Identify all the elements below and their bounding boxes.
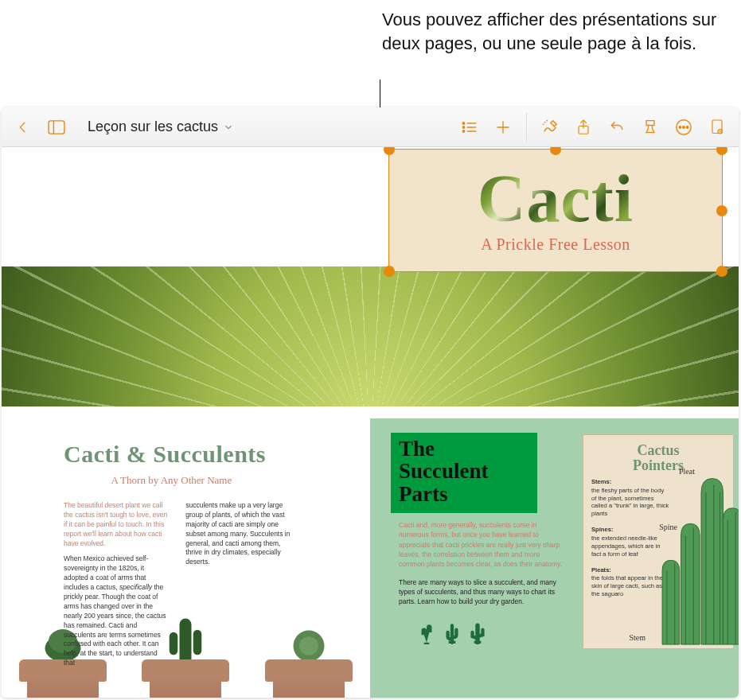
page-spread-2: Cacti & Succulents A Thorn by Any Other … (2, 418, 739, 698)
left-page-subtitle: A Thorn by Any Other Name (64, 474, 279, 487)
page-left[interactable]: Cacti & Succulents A Thorn by Any Other … (2, 418, 370, 698)
callout-text: Vous pouvez afficher des présentations s… (382, 8, 724, 55)
svg-rect-0 (49, 120, 64, 133)
sidebar-button[interactable] (41, 112, 72, 142)
svg-point-17 (686, 126, 688, 127)
right-page-heading: The Succulent Parts (391, 433, 537, 513)
svg-point-11 (546, 119, 548, 121)
chevron-down-icon (223, 122, 234, 133)
svg-rect-25 (449, 641, 456, 644)
svg-point-2 (462, 122, 465, 124)
share-button[interactable] (568, 112, 599, 142)
draw-icon (541, 119, 559, 136)
document-canvas[interactable]: Cacti A Prickle Free Lesson Cacti & Succ… (2, 147, 739, 698)
selection-handle[interactable] (716, 147, 727, 155)
cactus-icon (469, 622, 486, 644)
card-label-stem: Stem (629, 633, 645, 642)
insert-button[interactable] (488, 112, 518, 142)
list-icon (462, 120, 478, 134)
card-label-pleat: Pleat (679, 467, 695, 476)
plus-icon (495, 119, 511, 135)
svg-point-16 (683, 126, 684, 127)
svg-point-15 (679, 126, 681, 127)
card-label-spine: Spine (659, 523, 677, 531)
app-window: Leçon sur les cactus (2, 107, 739, 698)
selection-handle[interactable] (384, 266, 395, 277)
cactus-icon (418, 622, 435, 644)
cover-title-textbox[interactable]: Cacti A Prickle Free Lesson (388, 149, 723, 272)
share-icon (576, 119, 591, 136)
back-chevron-icon (16, 120, 30, 134)
svg-point-12 (543, 123, 544, 125)
right-lead-paragraph: Cacti and, more generally, succulents co… (399, 520, 566, 570)
left-page-title: Cacti & Succulents (64, 441, 340, 468)
document-title-dropdown[interactable]: Leçon sur les cactus (86, 119, 239, 135)
selection-handle[interactable] (716, 205, 727, 216)
draw-button[interactable] (535, 112, 565, 142)
svg-point-20 (720, 130, 721, 132)
undo-icon (608, 119, 626, 135)
cactus-icon (443, 622, 461, 644)
right-paragraph: There are many ways to slice a succulent… (399, 578, 566, 607)
svg-point-10 (544, 121, 546, 122)
more-button[interactable] (669, 112, 699, 142)
back-button[interactable] (8, 112, 38, 142)
pointers-card: CactusPointers Stems:the fleshy parts of… (583, 434, 734, 649)
cover-title: Cacti (478, 167, 634, 231)
ellipsis-icon (675, 119, 692, 136)
left-paragraph: succulents make up a very large group of… (185, 501, 290, 567)
selection-handle[interactable] (716, 266, 727, 277)
toolbar-separator (526, 113, 527, 142)
right-page-body: Cacti and, more generally, succulents co… (399, 520, 566, 607)
svg-point-4 (462, 126, 465, 128)
svg-point-6 (462, 130, 465, 132)
format-button[interactable] (635, 112, 665, 142)
brush-icon (642, 119, 658, 136)
mini-cactus-icons (418, 622, 486, 644)
outline-button[interactable] (454, 112, 485, 142)
left-page-body: The beautiful desert plant we call the c… (64, 501, 291, 668)
card-cactus-illustration (655, 461, 739, 648)
left-paragraph: When Mexico achieved self-sovereignty in… (64, 554, 168, 668)
selection-handle[interactable] (384, 147, 395, 155)
undo-button[interactable] (602, 112, 632, 142)
document-icon (710, 119, 724, 136)
cover-subtitle: A Prickle Free Lesson (481, 235, 630, 254)
cover-photo (2, 266, 739, 406)
svg-rect-26 (474, 641, 482, 644)
document-title-text: Leçon sur les cactus (88, 119, 218, 135)
toolbar: Leçon sur les cactus (2, 107, 739, 147)
page-right[interactable]: The Succulent Parts Cacti and, more gene… (370, 418, 739, 698)
page-cover[interactable]: Cacti A Prickle Free Lesson (2, 147, 739, 406)
left-intro-paragraph: The beautiful desert plant we call the c… (64, 501, 168, 548)
sidebar-icon (48, 120, 65, 134)
inspector-button[interactable] (702, 112, 732, 142)
